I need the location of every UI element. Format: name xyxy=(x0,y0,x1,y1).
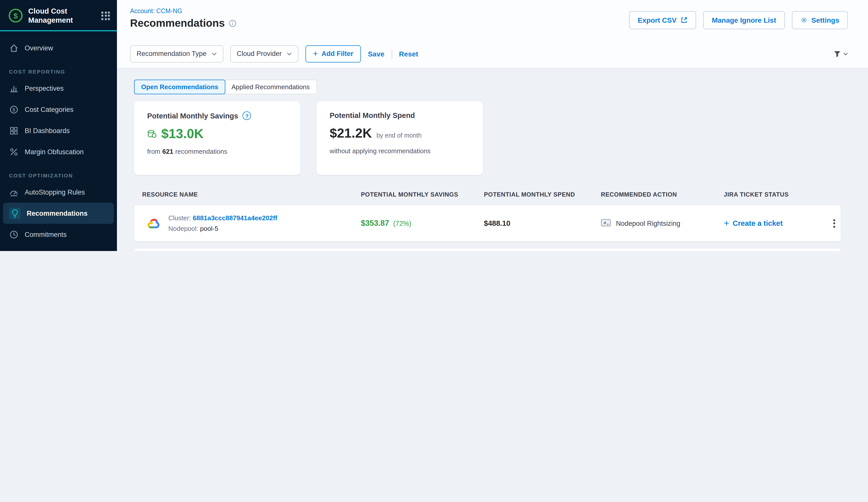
table-header: RESOURCE NAME POTENTIAL MONTHLY SAVINGS … xyxy=(134,187,841,198)
clock-icon xyxy=(9,230,19,239)
column-resource-name: RESOURCE NAME xyxy=(134,191,352,198)
gcp-logo-icon xyxy=(146,218,161,229)
settings-button[interactable]: Settings xyxy=(792,11,848,29)
dollar-circle-icon: $ xyxy=(9,105,19,114)
add-filter-button[interactable]: + Add Filter xyxy=(306,45,361,62)
resource-line: Nodepool: pool-5 xyxy=(168,223,277,234)
content: Open Recommendations Applied Recommendat… xyxy=(117,69,868,251)
sidebar-section-cost-optimization: COST OPTIMIZATION xyxy=(0,162,117,181)
plus-icon: + xyxy=(724,219,729,228)
recommendation-row[interactable]: Cluster: 68898c064e3e2ba0e544005fNodepoo… xyxy=(134,249,841,251)
sidebar-item-label: Commitments xyxy=(25,231,67,238)
help-circle-icon[interactable]: ? xyxy=(243,112,251,120)
sidebar-item-autostopping-rules[interactable]: AutoStopping Rules xyxy=(0,181,117,202)
sidebar-item-bi-dashboards[interactable]: BI Dashboards xyxy=(0,120,117,141)
savings-value: $13.0K xyxy=(161,126,204,142)
home-icon xyxy=(9,43,19,53)
tab-open-recommendations[interactable]: Open Recommendations xyxy=(134,80,225,94)
module-header: $ Cloud Cost Management xyxy=(0,0,117,30)
screen: $ Cloud Cost Management OverviewCOST REP… xyxy=(0,0,868,251)
chevron-down-icon xyxy=(843,52,848,55)
create-ticket-label: Create a ticket xyxy=(733,219,783,227)
recommendations-list: Cluster: 6881a3ccc887941a4ee202ffNodepoo… xyxy=(134,205,841,251)
create-ticket-button[interactable]: +Create a ticket xyxy=(715,219,819,228)
sidebar-item-label: Cost Categories xyxy=(25,106,74,113)
sidebar-item-margin-obfuscation[interactable]: Margin Obfuscation xyxy=(0,141,117,162)
resource-cell: Cluster: 68898c064e3e2ba0e544005fNodepoo… xyxy=(134,250,352,251)
page-title: Recommendations xyxy=(130,17,225,29)
module-title: Cloud Cost Management xyxy=(28,7,96,25)
sidebar-item-label: Overview xyxy=(25,44,53,52)
sidebar: $ Cloud Cost Management OverviewCOST REP… xyxy=(0,0,117,251)
svg-text:$: $ xyxy=(13,107,16,112)
spend-card-title: Potential Monthly Spend xyxy=(330,112,415,119)
chevron-down-icon xyxy=(287,52,292,55)
main-area: Account: CCM-NG Recommendations Export C… xyxy=(117,0,868,251)
export-csv-button[interactable]: Export CSV xyxy=(629,11,696,29)
resource-link[interactable]: 6881a3ccc887941a4ee202ff xyxy=(193,214,277,222)
recommendation-row[interactable]: Cluster: 6881a3ccc887941a4ee202ffNodepoo… xyxy=(134,205,841,241)
save-filter-link[interactable]: Save xyxy=(368,50,384,58)
reset-filter-link[interactable]: Reset xyxy=(399,50,418,58)
recommendations-tabs: Open Recommendations Applied Recommendat… xyxy=(134,80,317,94)
spend-subtext: without applying recommendations xyxy=(330,147,470,155)
summary-cards: Potential Monthly Savings ? $13.0K from6… xyxy=(134,101,841,175)
spend-cell: $488.10 xyxy=(475,219,592,227)
action-label: Nodepool Rightsizing xyxy=(616,220,680,227)
sidebar-item-recommendations[interactable]: Recommendations xyxy=(3,202,114,224)
sidebar-section-cost-reporting: COST REPORTING xyxy=(0,59,117,77)
info-icon[interactable] xyxy=(229,19,236,27)
dashboard-icon xyxy=(9,126,19,135)
tab-applied-recommendations[interactable]: Applied Recommendations xyxy=(225,80,316,94)
column-potential-monthly-spend: POTENTIAL MONTHLY SPEND xyxy=(475,191,592,198)
money-icon xyxy=(147,129,157,138)
chevron-down-icon xyxy=(211,52,217,55)
account-breadcrumb[interactable]: Account: CCM-NG xyxy=(130,8,182,14)
resource-cell: Cluster: 6881a3ccc887941a4ee202ffNodepoo… xyxy=(134,207,352,240)
rightsizing-action-icon xyxy=(601,219,611,228)
kebab-icon xyxy=(833,218,835,229)
sidebar-item-cluster-orchestrator[interactable]: Cluster Orchestrator xyxy=(0,245,117,251)
chart-icon xyxy=(9,83,19,93)
sidebar-item-label: AutoStopping Rules xyxy=(25,188,85,196)
gear-icon xyxy=(800,17,807,24)
column-row-menu xyxy=(819,191,841,198)
action-cell: Nodepool Rightsizing xyxy=(592,219,715,228)
page-header: Account: CCM-NG Recommendations Export C… xyxy=(117,0,868,39)
sidebar-item-perspectives[interactable]: Perspectives xyxy=(0,77,117,99)
module-switcher-icon[interactable] xyxy=(101,11,110,20)
svg-text:$: $ xyxy=(14,12,18,20)
divider xyxy=(391,49,392,58)
filter-panel-toggle[interactable] xyxy=(833,50,848,58)
column-jira-ticket-status: JIRA TICKET STATUS xyxy=(715,191,819,198)
sidebar-nav: OverviewCOST REPORTINGPerspectives$Cost … xyxy=(0,31,117,251)
savings-subtext: from621recommendations xyxy=(147,148,287,155)
potential-savings-card: Potential Monthly Savings ? $13.0K from6… xyxy=(134,101,300,175)
spend-note: by end of month xyxy=(376,132,422,139)
cloud-provider-dropdown[interactable]: Cloud Provider xyxy=(230,45,298,62)
gauge-icon xyxy=(9,187,19,197)
manage-ignore-list-button[interactable]: Manage Ignore List xyxy=(703,11,785,29)
ccm-logo-icon: $ xyxy=(8,8,23,23)
filter-bar: Recommendation Type Cloud Provider + Add… xyxy=(117,39,868,69)
sidebar-item-overview[interactable]: Overview xyxy=(0,37,117,59)
cluster-icon xyxy=(9,251,19,251)
sidebar-item-cost-categories[interactable]: $Cost Categories xyxy=(0,99,117,120)
sidebar-item-label: Perspectives xyxy=(25,84,64,92)
percent-icon xyxy=(9,147,19,157)
sidebar-item-label: BI Dashboards xyxy=(25,127,70,134)
resource-line: Cluster: 6881a3ccc887941a4ee202ff xyxy=(168,213,277,223)
plus-icon: + xyxy=(313,49,318,58)
column-potential-monthly-savings: POTENTIAL MONTHLY SAVINGS xyxy=(352,191,475,198)
spend-value: $21.2K xyxy=(330,125,372,141)
funnel-icon xyxy=(833,50,841,58)
recommendation-type-dropdown[interactable]: Recommendation Type xyxy=(130,45,223,62)
resource-value: pool-5 xyxy=(200,225,218,232)
row-menu-button[interactable] xyxy=(819,218,841,229)
savings-card-title: Potential Monthly Savings xyxy=(147,112,238,120)
potential-spend-card: Potential Monthly Spend $21.2K by end of… xyxy=(317,101,483,175)
sidebar-item-label: Recommendations xyxy=(27,209,88,217)
savings-cell: $353.87(72%) xyxy=(352,219,475,228)
external-link-icon xyxy=(681,17,688,24)
sidebar-item-commitments[interactable]: Commitments xyxy=(0,224,117,245)
